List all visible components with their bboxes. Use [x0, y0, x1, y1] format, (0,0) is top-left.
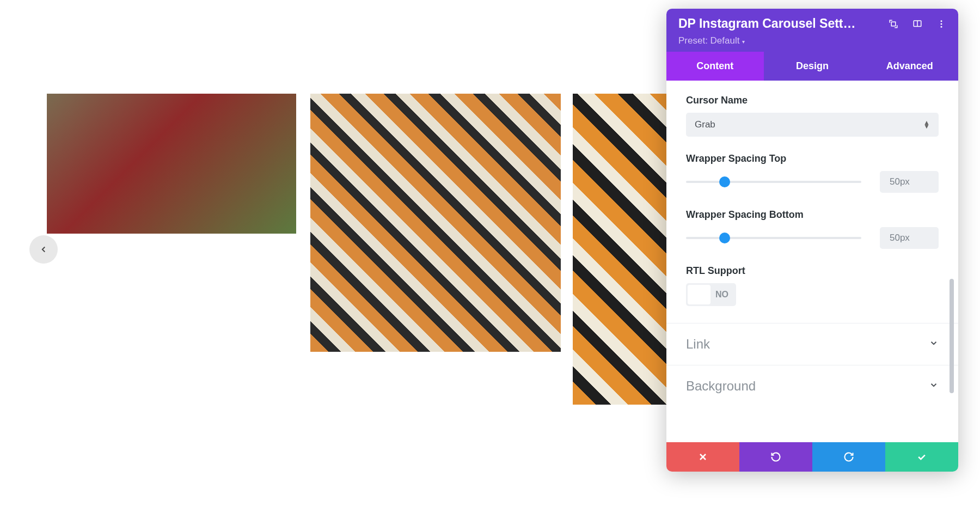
kebab-menu-icon[interactable]: [936, 19, 946, 29]
expand-icon[interactable]: [889, 19, 898, 29]
chevron-down-icon: [929, 380, 939, 392]
background-section[interactable]: Background: [666, 365, 958, 407]
panel-header: DP Instagram Carousel Sett… Preset: Defa…: [666, 9, 958, 52]
chevron-left-icon: [39, 245, 48, 254]
toggle-state-label: NO: [712, 290, 736, 300]
save-button[interactable]: [885, 442, 958, 472]
link-section[interactable]: Link: [666, 323, 958, 365]
tab-design[interactable]: Design: [764, 52, 861, 81]
tab-content[interactable]: Content: [666, 52, 764, 81]
preset-label: Preset: Default: [678, 35, 739, 46]
carousel-prev-button[interactable]: [29, 235, 58, 264]
panel-title: DP Instagram Carousel Sett…: [678, 16, 882, 31]
svg-point-5: [941, 26, 942, 27]
select-caret-icon: ▲▼: [923, 121, 930, 129]
svg-point-3: [941, 20, 942, 22]
svg-rect-0: [891, 22, 896, 26]
preset-selector[interactable]: Preset: Default ▾: [678, 35, 946, 46]
wrapper-bottom-value-input[interactable]: 50px: [880, 227, 939, 249]
field-label: RTL Support: [686, 265, 939, 277]
tab-advanced[interactable]: Advanced: [861, 52, 958, 81]
check-icon: [916, 451, 927, 462]
responsive-icon[interactable]: [912, 19, 922, 29]
carousel-image[interactable]: [47, 94, 296, 234]
close-icon: [697, 451, 708, 462]
cursor-name-select[interactable]: Grab ▲▼: [686, 113, 939, 137]
field-label: Wrapper Spacing Top: [686, 153, 939, 164]
carousel-image[interactable]: [310, 94, 561, 352]
select-value: Grab: [695, 119, 715, 130]
wrapper-spacing-top-field: Wrapper Spacing Top 50px: [686, 153, 939, 193]
section-title: Link: [686, 337, 710, 352]
svg-point-4: [941, 23, 942, 25]
chevron-down-icon: [929, 338, 939, 350]
cancel-button[interactable]: [666, 442, 739, 472]
undo-icon: [770, 451, 781, 462]
settings-tabs: Content Design Advanced: [666, 52, 958, 81]
settings-panel: DP Instagram Carousel Sett… Preset: Defa…: [666, 9, 958, 472]
toggle-knob: [688, 285, 710, 304]
scrollbar-thumb[interactable]: [950, 279, 954, 393]
wrapper-top-slider[interactable]: [686, 181, 861, 183]
slider-thumb[interactable]: [719, 176, 730, 187]
field-label: Wrapper Spacing Bottom: [686, 209, 939, 221]
cursor-name-field: Cursor Name Grab ▲▼: [686, 95, 939, 137]
redo-icon: [843, 451, 854, 462]
field-label: Cursor Name: [686, 95, 939, 106]
wrapper-top-value-input[interactable]: 50px: [880, 171, 939, 193]
wrapper-spacing-bottom-field: Wrapper Spacing Bottom 50px: [686, 209, 939, 249]
redo-button[interactable]: [812, 442, 885, 472]
undo-button[interactable]: [739, 442, 812, 472]
wrapper-bottom-slider[interactable]: [686, 237, 861, 239]
slider-thumb[interactable]: [719, 233, 730, 243]
panel-footer: [666, 442, 958, 472]
rtl-support-field: RTL Support NO: [686, 265, 939, 307]
section-title: Background: [686, 378, 756, 394]
rtl-toggle[interactable]: NO: [686, 283, 736, 306]
panel-body[interactable]: Cursor Name Grab ▲▼ Wrapper Spacing Top …: [666, 81, 958, 442]
